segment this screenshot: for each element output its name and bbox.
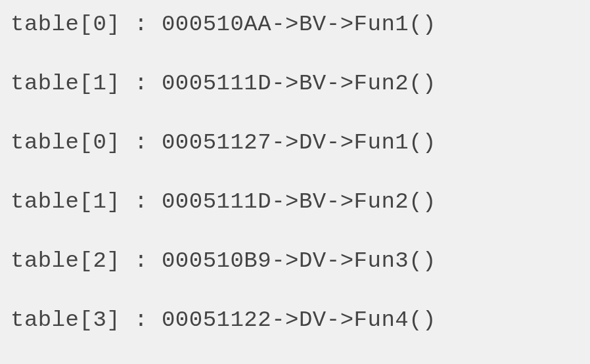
code-line: table[1] : 0005111D->BV->Fun2() [11, 71, 579, 96]
code-line: table[0] : 00051127->DV->Fun1() [11, 130, 579, 155]
code-line: table[1] : 0005111D->BV->Fun2() [11, 189, 579, 214]
code-line: table[2] : 000510B9->DV->Fun3() [11, 248, 579, 273]
code-line: table[0] : 000510AA->BV->Fun1() [11, 12, 579, 37]
code-line: table[3] : 00051122->DV->Fun4() [11, 307, 579, 332]
